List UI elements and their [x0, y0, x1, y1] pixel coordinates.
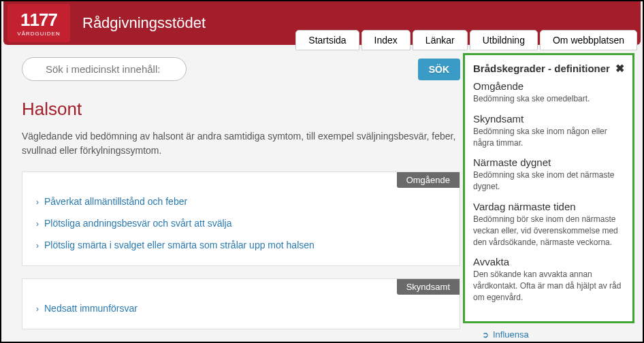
- logo: 1177 VÅRDGUIDEN: [7, 4, 70, 42]
- related-link[interactable]: ➲Influensa: [482, 326, 636, 343]
- def-term: Skyndsamt: [473, 113, 624, 125]
- app-title: Rådgivningsstödet: [82, 14, 206, 32]
- search-button[interactable]: SÖK: [418, 59, 460, 80]
- list-item[interactable]: ›Påverkat allmäntillstånd och feber: [36, 191, 446, 212]
- def-desc: Den sökande kan avvakta annan vårdkontak…: [473, 269, 624, 303]
- tab-index[interactable]: Index: [361, 30, 410, 50]
- def-desc: Bedömning bör ske inom den närmaste veck…: [473, 214, 624, 248]
- badge-omgaende: Omgående: [397, 172, 460, 188]
- definitions-popup: Brådskegrader - definitioner ✖ OmgåendeB…: [463, 53, 634, 323]
- close-icon[interactable]: ✖: [615, 62, 624, 75]
- link-label: Influensa: [493, 329, 529, 340]
- section-skyndsamt: Skyndsamt ›Nedsatt immunförsvar: [22, 278, 460, 329]
- def-desc: Bedömning ska ske inom någon eller några…: [473, 126, 624, 149]
- item-label: Plötsliga andningsbesvär och svårt att s…: [44, 218, 231, 229]
- main-content: SÖK Halsont Vägledande vid bedömning av …: [22, 57, 460, 343]
- list-item[interactable]: ›Plötslig smärta i svalget eller smärta …: [36, 234, 446, 256]
- page-title: Halsont: [22, 99, 460, 120]
- list-item[interactable]: ›Nedsatt immunförsvar: [36, 297, 446, 319]
- logo-number: 1177: [20, 10, 57, 31]
- tab-lankar[interactable]: Länkar: [413, 30, 468, 50]
- def-term: Avvakta: [473, 256, 624, 267]
- chevron-right-icon: ›: [36, 304, 39, 314]
- def-term: Omgående: [473, 80, 624, 92]
- list-item[interactable]: ›Plötsliga andningsbesvär och svårt att …: [36, 212, 446, 234]
- badge-skyndsamt: Skyndsamt: [397, 279, 460, 295]
- popup-title: Brådskegrader - definitioner: [473, 63, 610, 74]
- sidebar: Brådskegrader - definitioner ✖ OmgåendeB…: [472, 57, 636, 343]
- def-desc: Bedömning ska ske inom det närmaste dygn…: [473, 169, 624, 193]
- def-desc: Bedömning ska ske omedelbart.: [473, 93, 624, 105]
- section-omgaende: Omgående ›Påverkat allmäntillstånd och f…: [22, 172, 460, 266]
- def-term: Närmaste dygnet: [473, 157, 624, 168]
- chevron-right-icon: ›: [36, 241, 39, 250]
- tab-utbildning[interactable]: Utbildning: [470, 30, 538, 50]
- tab-startsida[interactable]: Startsida: [295, 30, 359, 50]
- page-lead: Vägledande vid bedömning av halsont är a…: [22, 129, 460, 158]
- item-label: Plötslig smärta i svalget eller smärta s…: [44, 240, 315, 250]
- logo-sub: VÅRDGUIDEN: [17, 31, 60, 37]
- search-bar: SÖK: [22, 57, 460, 81]
- search-input[interactable]: [22, 57, 187, 81]
- def-term: Vardag närmaste tiden: [473, 201, 624, 212]
- chevron-right-icon: ›: [36, 197, 39, 207]
- nav-tabs: Startsida Index Länkar Utbildning Om web…: [295, 30, 637, 50]
- link-icon: ➲: [482, 330, 489, 340]
- chevron-right-icon: ›: [36, 219, 39, 229]
- item-label: Nedsatt immunförsvar: [44, 303, 138, 314]
- tab-om-webbplatsen[interactable]: Om webbplatsen: [540, 30, 637, 50]
- item-label: Påverkat allmäntillstånd och feber: [44, 196, 187, 207]
